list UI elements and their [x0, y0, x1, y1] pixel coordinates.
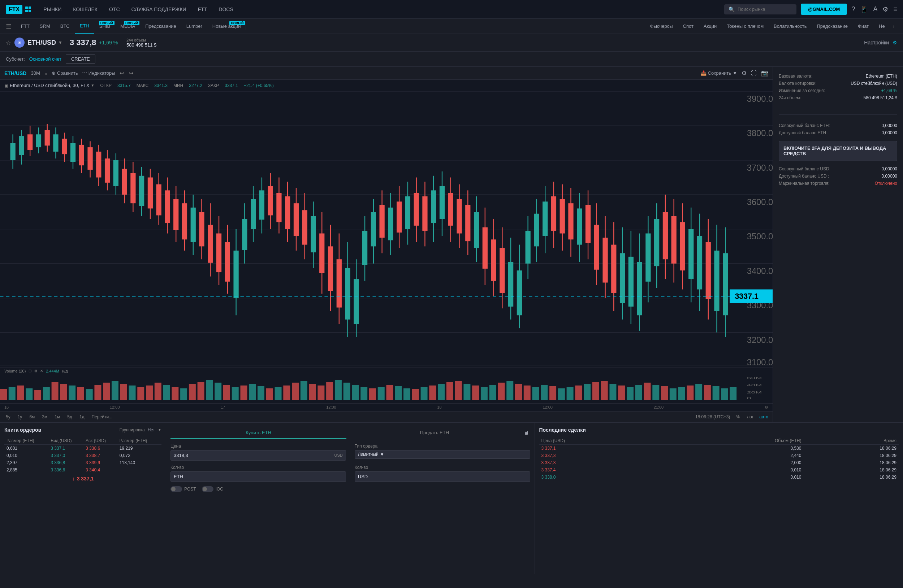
nav-spot[interactable]: Спот: [678, 24, 698, 29]
goto-btn[interactable]: Перейти...: [90, 414, 114, 420]
nav-markets[interactable]: РЫНКИ: [38, 6, 66, 12]
table-row[interactable]: 0,601 3 337,1 3 338,6 19,219: [4, 444, 162, 452]
table-row[interactable]: 2,885 3 336,6 3 340,4: [4, 466, 162, 474]
menu-icon-top[interactable]: ≡: [893, 5, 897, 13]
sidebar-item-srm[interactable]: SRM: [35, 19, 55, 34]
nav-support[interactable]: СЛУЖБА ПОДДЕРЖКИ: [126, 6, 192, 12]
tab-sell[interactable]: Продать ETH: [346, 427, 522, 439]
chart-area[interactable]: 3900.0 3800.0 3700.0 3600.0 3500.0 3400.…: [0, 91, 772, 367]
margin-value[interactable]: Отключено: [875, 181, 897, 186]
sidebar-item-shib[interactable]: SHIBНОВЫЙ: [94, 19, 115, 34]
save-btn[interactable]: 📥 Сохранить ▼: [701, 71, 737, 76]
sidebar-item-media[interactable]: MEDIAНОВЫЙ: [115, 19, 140, 34]
nav-leveraged[interactable]: Токены с плечом: [722, 24, 769, 29]
svg-rect-131: [491, 239, 496, 281]
ordertype-select[interactable]: Лимитный ▼: [355, 450, 530, 459]
post-toggle[interactable]: [170, 486, 182, 492]
quote-currency-value: USD стейблкойн (USD): [851, 81, 897, 86]
sidebar-item-btc[interactable]: BTC: [55, 19, 75, 34]
svg-rect-251: [532, 387, 539, 400]
logo[interactable]: FTX: [6, 5, 31, 14]
period-1d[interactable]: 1д: [78, 414, 86, 420]
price-input[interactable]: 3318,3 USD: [170, 450, 346, 461]
svg-rect-181: [706, 242, 711, 299]
indicators-btn[interactable]: 〰 Индикаторы: [82, 71, 115, 76]
mobile-icon[interactable]: 📱: [860, 5, 868, 13]
translate-icon[interactable]: A: [873, 5, 877, 13]
nav-prediction[interactable]: Предсказание: [812, 24, 853, 29]
nav-wallet[interactable]: КОШЕЛЕК: [68, 6, 102, 12]
svg-rect-31: [62, 139, 67, 154]
svg-rect-230: [352, 385, 359, 400]
svg-rect-183: [714, 251, 719, 311]
chart-interval-btn[interactable]: 30M: [31, 71, 40, 76]
nav-ftt[interactable]: FTT: [193, 6, 212, 12]
login-button[interactable]: @GMAIL.COM: [801, 4, 847, 15]
chart-settings-small-icon[interactable]: ⚙: [765, 405, 768, 410]
sidebar-item-ftt[interactable]: FTT: [16, 19, 35, 34]
pair-dropdown-icon[interactable]: ▼: [58, 40, 63, 45]
qty-usd-input[interactable]: USD: [355, 471, 530, 482]
create-subaccount-button[interactable]: CREATE: [66, 55, 95, 64]
period-3m[interactable]: 3м: [41, 414, 49, 420]
period-5d[interactable]: 5д: [66, 414, 74, 420]
market-pair[interactable]: ETH/USD: [27, 39, 56, 47]
price-label: Цена: [170, 444, 346, 448]
period-1y[interactable]: 1у: [16, 414, 24, 420]
nav-more[interactable]: Не: [874, 24, 890, 29]
ohlc-dropdown-icon[interactable]: ▼: [91, 83, 94, 87]
table-row[interactable]: 0,010 3 337,0 3 338,7 0,072: [4, 452, 162, 459]
help-icon[interactable]: ?: [851, 5, 855, 13]
chart-settings-icon[interactable]: ⚙: [741, 70, 747, 77]
main-account-link[interactable]: Основной счет: [29, 56, 61, 62]
period-5y[interactable]: 5у: [4, 414, 12, 420]
nav-fiat[interactable]: Фиат: [853, 24, 874, 29]
settings-gear-icon[interactable]: ⚙: [892, 40, 897, 45]
svg-rect-213: [206, 380, 213, 400]
nav-arrow-right[interactable]: ›: [890, 24, 897, 29]
camera-icon[interactable]: 📷: [761, 70, 768, 77]
compare-btn[interactable]: ⊕ Сравнить: [52, 71, 78, 76]
sidebar-item-stocks[interactable]: Новые акцииНОВЫЙ: [207, 19, 246, 34]
table-row: 3 338,0 0,010 18:06:29: [539, 474, 899, 481]
search-input[interactable]: [738, 6, 788, 12]
nav-docs[interactable]: DOCS: [214, 6, 238, 12]
svg-rect-51: [148, 177, 153, 209]
grouping-dropdown-icon[interactable]: ▼: [158, 428, 162, 432]
log-btn[interactable]: лог: [746, 414, 755, 420]
nav-otc[interactable]: ОТС: [104, 6, 125, 12]
ohlc-expand-icon[interactable]: ▣: [4, 83, 8, 88]
fullscreen-icon[interactable]: ⛶: [751, 70, 757, 77]
period-1m[interactable]: 1м: [53, 414, 61, 420]
nav-volatility[interactable]: Волатильность: [769, 24, 812, 29]
sidebar-item-prediction[interactable]: Предсказание: [140, 19, 181, 34]
favorite-icon[interactable]: ☆: [6, 39, 11, 46]
table-row[interactable]: 2,397 3 336,8 3 339,9 113,140: [4, 459, 162, 466]
sidebar-item-eth[interactable]: ETH: [75, 19, 94, 34]
pct-btn[interactable]: %: [734, 414, 741, 420]
calculator-icon[interactable]: 🖩: [523, 427, 530, 439]
sidebar-item-lumber[interactable]: Lumber: [181, 19, 207, 34]
ioc-toggle[interactable]: [202, 486, 214, 492]
search-bar[interactable]: 🔍: [724, 4, 796, 14]
ohlc-low-label: МИН: [173, 83, 183, 88]
hamburger-icon[interactable]: ☰: [6, 22, 11, 30]
new-badge-media: НОВЫЙ: [124, 21, 139, 25]
enable-2fa-text: ВКЛЮЧИТЕ 2FA ДЛЯ ДЕПОЗИТА И ВЫВОДА СРЕДС…: [783, 146, 886, 156]
tab-buy[interactable]: Купить ETH: [170, 427, 346, 439]
enable-2fa-box[interactable]: ВКЛЮЧИТЕ 2FA ДЛЯ ДЕПОЗИТА И ВЫВОДА СРЕДС…: [779, 141, 897, 161]
nav-futures[interactable]: Фьючерсы: [645, 24, 678, 29]
nav-stocks[interactable]: Акции: [698, 24, 722, 29]
settings-icon[interactable]: ⚙: [883, 5, 888, 13]
undo-icon[interactable]: ↩: [120, 70, 124, 77]
grouping-value[interactable]: Нет: [148, 427, 155, 433]
save-dropdown-icon[interactable]: ▼: [733, 71, 737, 76]
qty-usd-label: Кол-во: [355, 465, 530, 470]
redo-icon[interactable]: ↪: [129, 70, 133, 77]
ioc-label: IOC: [216, 486, 223, 492]
svg-rect-214: [214, 383, 222, 400]
auto-btn[interactable]: авто: [759, 414, 768, 419]
qty-eth-input[interactable]: ETH: [170, 471, 346, 482]
period-6m[interactable]: 6м: [28, 414, 36, 420]
chart-type-icon[interactable]: ⬦: [44, 71, 47, 76]
